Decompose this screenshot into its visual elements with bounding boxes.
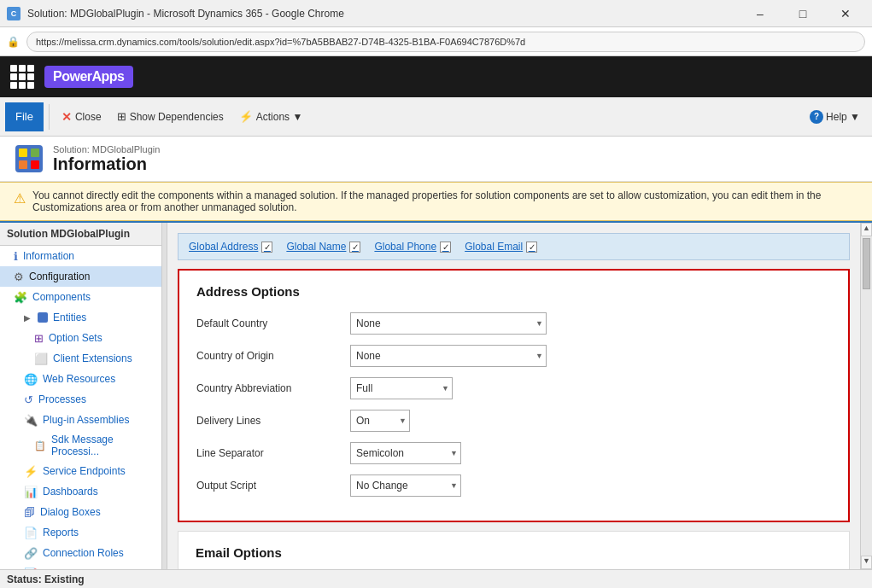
show-dependencies-button[interactable]: ⊞ Show Dependencies <box>110 102 231 131</box>
sidebar-item-configuration[interactable]: ⚙ Configuration <box>0 266 161 287</box>
email-options-box: Email Options Processing Mode Express St… <box>178 531 850 569</box>
country-abbreviation-wrapper: Full Abbreviation <box>350 377 453 399</box>
sidebar-item-entities[interactable]: ▶ Entities <box>0 307 161 328</box>
dialog-icon: 🗐 <box>24 506 35 519</box>
chrome-icon: C <box>7 7 20 20</box>
sidebar-label: Information <box>23 250 74 262</box>
sdk-icon: 📋 <box>34 440 46 451</box>
waffle-icon[interactable] <box>10 65 34 89</box>
line-separator-label: Line Separator <box>196 447 350 459</box>
sidebar-item-components[interactable]: 🧩 Components <box>0 287 161 307</box>
sidebar-label: Sdk Message Processi... <box>51 434 155 457</box>
delivery-lines-select[interactable]: On Off <box>350 410 410 432</box>
toolbar-right: ? Help ▼ <box>803 107 867 127</box>
scroll-down-button[interactable]: ▼ <box>861 556 872 569</box>
tab-checkbox-global-address[interactable] <box>261 242 272 253</box>
email-options-title: Email Options <box>196 545 832 560</box>
gear-icon: ⚙ <box>14 271 24 283</box>
country-origin-wrapper: None United States Canada <box>350 345 547 367</box>
country-origin-select[interactable]: None United States Canada <box>350 345 547 367</box>
help-button[interactable]: ? Help ▼ <box>803 107 867 127</box>
address-bar: 🔒 <box>0 27 872 56</box>
delivery-lines-wrapper: On Off <box>350 410 410 432</box>
sidebar-item-connection-roles[interactable]: 🔗 Connection Roles <box>0 543 161 563</box>
default-country-select[interactable]: None United States Canada <box>350 312 547 335</box>
sidebar-title: Solution MDGlobalPlugin <box>0 223 161 246</box>
sidebar-label: Dialog Boxes <box>40 506 101 518</box>
line-separator-wrapper: Semicolon Comma Pipe <box>350 442 461 464</box>
warning-icon: ⚠ <box>14 190 26 207</box>
warning-text: You cannot directly edit the components … <box>32 189 858 213</box>
status-bar: Status: Existing <box>0 569 872 588</box>
file-button[interactable]: File <box>5 102 44 131</box>
window-controls: – □ ✕ <box>740 0 865 27</box>
plugin-icon: 🔌 <box>24 414 38 427</box>
form-row-line-separator: Line Separator Semicolon Comma Pipe <box>196 442 831 464</box>
output-script-label: Output Script <box>196 480 350 492</box>
sidebar-item-sdk-message[interactable]: 📋 Sdk Message Processi... <box>0 430 161 461</box>
sidebar-item-reports[interactable]: 📄 Reports <box>0 522 161 543</box>
actions-icon: ⚡ <box>239 110 253 123</box>
show-dependencies-label: Show Dependencies <box>130 111 224 123</box>
sidebar-label: Dashboards <box>43 486 98 498</box>
svg-rect-3 <box>19 160 27 169</box>
tab-global-email[interactable]: Global Email <box>465 241 537 253</box>
tab-checkbox-global-name[interactable] <box>349 242 360 253</box>
page-subtitle: Solution: MDGlobalPlugin <box>53 144 160 154</box>
country-abbreviation-label: Country Abbreviation <box>196 382 350 394</box>
url-input[interactable] <box>26 32 865 52</box>
tabs-row: Global Address Global Name Global Phone … <box>178 233 850 260</box>
form-row-delivery-lines: Delivery Lines On Off <box>196 410 831 432</box>
scroll-up-button[interactable]: ▲ <box>861 223 872 236</box>
output-script-select[interactable]: No Change Latin Native <box>350 474 461 497</box>
sidebar-item-information[interactable]: ℹ Information <box>0 246 161 266</box>
sidebar-label: Configuration <box>29 271 90 282</box>
scroll-thumb[interactable] <box>863 238 870 289</box>
maximize-button[interactable]: □ <box>783 0 822 27</box>
sidebar-label: Processes <box>38 393 86 405</box>
sidebar-item-article-templates[interactable]: 📝 Article Templates <box>0 563 161 569</box>
sidebar-label: Connection Roles <box>43 547 124 559</box>
tab-global-name[interactable]: Global Name <box>286 241 360 253</box>
sidebar: Solution MDGlobalPlugin ℹ Information ⚙ … <box>0 223 162 569</box>
warning-banner: ⚠ You cannot directly edit the component… <box>0 182 872 221</box>
close-button[interactable]: ✕ <box>826 0 865 27</box>
address-options-title: Address Options <box>196 284 831 299</box>
solution-icon <box>14 143 44 174</box>
output-script-wrapper: No Change Latin Native <box>350 474 461 497</box>
tab-checkbox-global-email[interactable] <box>526 242 537 253</box>
conn-icon: 🔗 <box>24 547 38 560</box>
sidebar-item-plugin-assemblies[interactable]: 🔌 Plug-in Assemblies <box>0 410 161 430</box>
address-options-box: Address Options Default Country None Uni… <box>178 269 850 522</box>
svc-icon: ⚡ <box>24 465 38 478</box>
close-toolbar-button[interactable]: ✕ Close <box>55 102 108 131</box>
sidebar-item-dialog-boxes[interactable]: 🗐 Dialog Boxes <box>0 502 161 522</box>
svg-rect-2 <box>31 148 39 157</box>
line-separator-select[interactable]: Semicolon Comma Pipe <box>350 442 461 464</box>
sidebar-item-option-sets[interactable]: ⊞ Option Sets <box>0 328 161 348</box>
form-row-default-country: Default Country None United States Canad… <box>196 312 831 335</box>
close-icon: ✕ <box>61 110 72 124</box>
sidebar-label: Plug-in Assemblies <box>43 414 129 426</box>
sidebar-label: Client Extensions <box>53 352 132 364</box>
sidebar-item-processes[interactable]: ↺ Processes <box>0 389 161 410</box>
tab-global-address[interactable]: Global Address <box>189 241 272 253</box>
customizations-link[interactable]: in the Customizations area <box>32 189 821 213</box>
tab-checkbox-global-phone[interactable] <box>440 242 451 253</box>
actions-button[interactable]: ⚡ Actions ▼ <box>232 102 310 131</box>
actions-label: Actions ▼ <box>256 111 303 123</box>
tab-global-phone[interactable]: Global Phone <box>374 241 451 253</box>
sidebar-item-client-extensions[interactable]: ⬜ Client Extensions <box>0 348 161 369</box>
country-abbreviation-select[interactable]: Full Abbreviation <box>350 377 453 399</box>
page-title: Information <box>53 154 160 174</box>
sidebar-item-dashboards[interactable]: 📊 Dashboards <box>0 481 161 502</box>
sidebar-item-web-resources[interactable]: 🌐 Web Resources <box>0 369 161 389</box>
puzzle-icon: 🧩 <box>14 291 27 304</box>
sidebar-label: Components <box>32 291 91 303</box>
form-row-country-abbreviation: Country Abbreviation Full Abbreviation <box>196 377 831 399</box>
tab-label: Global Phone <box>374 241 436 253</box>
sidebar-item-service-endpoints[interactable]: ⚡ Service Endpoints <box>0 461 161 481</box>
toolbar-separator <box>49 104 50 130</box>
minimize-button[interactable]: – <box>740 0 780 27</box>
country-origin-label: Country of Origin <box>196 350 350 362</box>
